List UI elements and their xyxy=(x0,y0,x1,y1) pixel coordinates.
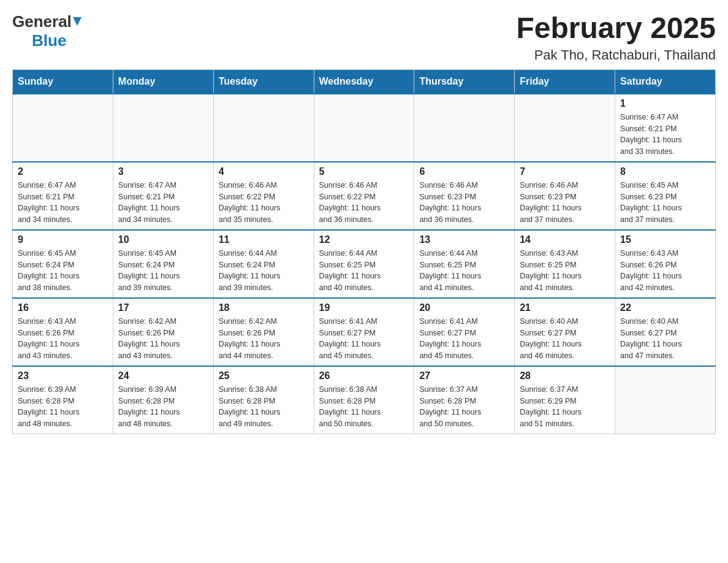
day-info: Sunrise: 6:42 AM Sunset: 6:26 PM Dayligh… xyxy=(118,316,208,362)
day-info: Sunrise: 6:46 AM Sunset: 6:23 PM Dayligh… xyxy=(520,180,610,226)
calendar-day-cell: 9Sunrise: 6:45 AM Sunset: 6:24 PM Daylig… xyxy=(13,230,113,298)
calendar-day-cell: 23Sunrise: 6:39 AM Sunset: 6:28 PM Dayli… xyxy=(13,366,113,434)
calendar-day-cell xyxy=(615,366,716,434)
day-number: 18 xyxy=(219,302,309,313)
calendar-week-row: 9Sunrise: 6:45 AM Sunset: 6:24 PM Daylig… xyxy=(13,230,716,298)
day-info: Sunrise: 6:46 AM Sunset: 6:22 PM Dayligh… xyxy=(319,180,409,226)
calendar-day-cell: 19Sunrise: 6:41 AM Sunset: 6:27 PM Dayli… xyxy=(314,298,414,366)
day-info: Sunrise: 6:47 AM Sunset: 6:21 PM Dayligh… xyxy=(18,180,108,226)
day-number: 24 xyxy=(118,370,208,381)
day-info: Sunrise: 6:44 AM Sunset: 6:25 PM Dayligh… xyxy=(419,248,509,294)
day-info: Sunrise: 6:38 AM Sunset: 6:28 PM Dayligh… xyxy=(219,384,309,430)
calendar-day-cell xyxy=(314,94,414,162)
day-number: 8 xyxy=(620,166,710,177)
day-number: 10 xyxy=(118,234,208,245)
day-number: 23 xyxy=(18,370,108,381)
day-info: Sunrise: 6:47 AM Sunset: 6:21 PM Dayligh… xyxy=(620,112,710,158)
day-number: 3 xyxy=(118,166,208,177)
calendar-day-cell: 10Sunrise: 6:45 AM Sunset: 6:24 PM Dayli… xyxy=(113,230,213,298)
day-number: 12 xyxy=(319,234,409,245)
day-info: Sunrise: 6:44 AM Sunset: 6:25 PM Dayligh… xyxy=(319,248,409,294)
day-number: 22 xyxy=(620,302,710,313)
day-number: 20 xyxy=(419,302,509,313)
svg-marker-0 xyxy=(73,17,82,26)
day-info: Sunrise: 6:37 AM Sunset: 6:29 PM Dayligh… xyxy=(520,384,610,430)
day-info: Sunrise: 6:45 AM Sunset: 6:24 PM Dayligh… xyxy=(18,248,108,294)
month-year-title: February 2025 xyxy=(516,12,716,45)
day-info: Sunrise: 6:46 AM Sunset: 6:23 PM Dayligh… xyxy=(419,180,509,226)
header-wednesday: Wednesday xyxy=(314,69,414,94)
day-number: 7 xyxy=(520,166,610,177)
calendar-week-row: 2Sunrise: 6:47 AM Sunset: 6:21 PM Daylig… xyxy=(13,162,716,230)
calendar-day-cell: 22Sunrise: 6:40 AM Sunset: 6:27 PM Dayli… xyxy=(615,298,716,366)
calendar-day-cell: 2Sunrise: 6:47 AM Sunset: 6:21 PM Daylig… xyxy=(13,162,113,230)
day-info: Sunrise: 6:38 AM Sunset: 6:28 PM Dayligh… xyxy=(319,384,409,430)
day-number: 28 xyxy=(520,370,610,381)
day-number: 14 xyxy=(520,234,610,245)
day-info: Sunrise: 6:42 AM Sunset: 6:26 PM Dayligh… xyxy=(219,316,309,362)
calendar-day-cell: 18Sunrise: 6:42 AM Sunset: 6:26 PM Dayli… xyxy=(213,298,314,366)
day-info: Sunrise: 6:39 AM Sunset: 6:28 PM Dayligh… xyxy=(18,384,108,430)
day-info: Sunrise: 6:46 AM Sunset: 6:22 PM Dayligh… xyxy=(219,180,309,226)
calendar-table: Sunday Monday Tuesday Wednesday Thursday… xyxy=(12,69,716,434)
calendar-day-cell: 4Sunrise: 6:46 AM Sunset: 6:22 PM Daylig… xyxy=(213,162,314,230)
header-tuesday: Tuesday xyxy=(213,69,314,94)
calendar-day-cell: 6Sunrise: 6:46 AM Sunset: 6:23 PM Daylig… xyxy=(414,162,515,230)
day-number: 19 xyxy=(319,302,409,313)
calendar-day-cell: 13Sunrise: 6:44 AM Sunset: 6:25 PM Dayli… xyxy=(414,230,515,298)
day-number: 5 xyxy=(319,166,409,177)
day-number: 11 xyxy=(219,234,309,245)
day-number: 16 xyxy=(18,302,108,313)
calendar-day-cell xyxy=(13,94,113,162)
calendar-day-cell: 24Sunrise: 6:39 AM Sunset: 6:28 PM Dayli… xyxy=(113,366,213,434)
calendar-day-cell xyxy=(414,94,515,162)
page-header: General Blue February 2025 Pak Tho, Ratc… xyxy=(12,12,716,63)
day-info: Sunrise: 6:43 AM Sunset: 6:26 PM Dayligh… xyxy=(18,316,108,362)
day-number: 13 xyxy=(419,234,509,245)
day-number: 9 xyxy=(18,234,108,245)
calendar-day-cell: 5Sunrise: 6:46 AM Sunset: 6:22 PM Daylig… xyxy=(314,162,414,230)
calendar-day-cell: 17Sunrise: 6:42 AM Sunset: 6:26 PM Dayli… xyxy=(113,298,213,366)
logo: General Blue xyxy=(12,12,83,50)
location-subtitle: Pak Tho, Ratchaburi, Thailand xyxy=(516,47,716,63)
logo-general: General xyxy=(12,12,83,31)
calendar-day-cell: 27Sunrise: 6:37 AM Sunset: 6:28 PM Dayli… xyxy=(414,366,515,434)
calendar-day-cell xyxy=(113,94,213,162)
logo-blue: Blue xyxy=(32,31,66,50)
calendar-week-row: 1Sunrise: 6:47 AM Sunset: 6:21 PM Daylig… xyxy=(13,94,716,162)
calendar-week-row: 23Sunrise: 6:39 AM Sunset: 6:28 PM Dayli… xyxy=(13,366,716,434)
calendar-day-cell: 16Sunrise: 6:43 AM Sunset: 6:26 PM Dayli… xyxy=(13,298,113,366)
calendar-day-cell: 15Sunrise: 6:43 AM Sunset: 6:26 PM Dayli… xyxy=(615,230,716,298)
logo-arrow-icon xyxy=(72,12,83,31)
calendar-day-cell: 25Sunrise: 6:38 AM Sunset: 6:28 PM Dayli… xyxy=(213,366,314,434)
calendar-day-cell: 12Sunrise: 6:44 AM Sunset: 6:25 PM Dayli… xyxy=(314,230,414,298)
header-sunday: Sunday xyxy=(13,69,113,94)
header-friday: Friday xyxy=(515,69,615,94)
day-info: Sunrise: 6:44 AM Sunset: 6:24 PM Dayligh… xyxy=(219,248,309,294)
title-block: February 2025 Pak Tho, Ratchaburi, Thail… xyxy=(516,12,716,63)
calendar-day-cell: 20Sunrise: 6:41 AM Sunset: 6:27 PM Dayli… xyxy=(414,298,515,366)
day-number: 6 xyxy=(419,166,509,177)
calendar-day-cell: 28Sunrise: 6:37 AM Sunset: 6:29 PM Dayli… xyxy=(515,366,615,434)
calendar-day-cell xyxy=(515,94,615,162)
day-number: 27 xyxy=(419,370,509,381)
calendar-day-cell: 8Sunrise: 6:45 AM Sunset: 6:23 PM Daylig… xyxy=(615,162,716,230)
day-info: Sunrise: 6:41 AM Sunset: 6:27 PM Dayligh… xyxy=(319,316,409,362)
calendar-day-cell: 7Sunrise: 6:46 AM Sunset: 6:23 PM Daylig… xyxy=(515,162,615,230)
calendar-day-cell: 21Sunrise: 6:40 AM Sunset: 6:27 PM Dayli… xyxy=(515,298,615,366)
day-info: Sunrise: 6:41 AM Sunset: 6:27 PM Dayligh… xyxy=(419,316,509,362)
weekday-header-row: Sunday Monday Tuesday Wednesday Thursday… xyxy=(13,69,716,94)
day-number: 17 xyxy=(118,302,208,313)
day-number: 25 xyxy=(219,370,309,381)
day-info: Sunrise: 6:45 AM Sunset: 6:23 PM Dayligh… xyxy=(620,180,710,226)
day-number: 26 xyxy=(319,370,409,381)
day-info: Sunrise: 6:47 AM Sunset: 6:21 PM Dayligh… xyxy=(118,180,208,226)
calendar-day-cell: 11Sunrise: 6:44 AM Sunset: 6:24 PM Dayli… xyxy=(213,230,314,298)
day-info: Sunrise: 6:40 AM Sunset: 6:27 PM Dayligh… xyxy=(620,316,710,362)
day-info: Sunrise: 6:45 AM Sunset: 6:24 PM Dayligh… xyxy=(118,248,208,294)
header-monday: Monday xyxy=(113,69,213,94)
calendar-day-cell: 3Sunrise: 6:47 AM Sunset: 6:21 PM Daylig… xyxy=(113,162,213,230)
day-number: 2 xyxy=(18,166,108,177)
calendar-day-cell: 1Sunrise: 6:47 AM Sunset: 6:21 PM Daylig… xyxy=(615,94,716,162)
day-info: Sunrise: 6:37 AM Sunset: 6:28 PM Dayligh… xyxy=(419,384,509,430)
